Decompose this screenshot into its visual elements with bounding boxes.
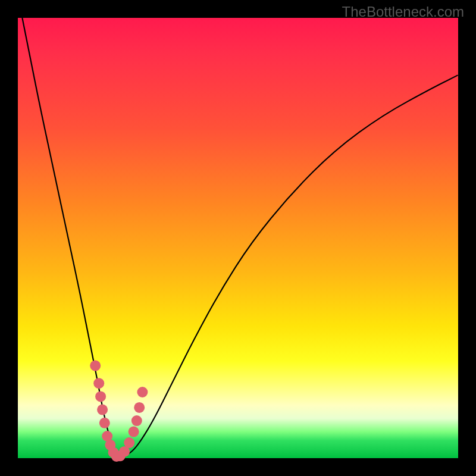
bottleneck-curve — [22, 18, 458, 456]
highlight-marker — [131, 415, 142, 426]
plot-area — [18, 18, 458, 458]
highlight-marker — [129, 427, 139, 437]
highlight-marker — [99, 418, 110, 428]
highlight-marker — [137, 387, 148, 397]
highlight-marker — [95, 391, 106, 402]
highlight-marker-group — [90, 361, 148, 462]
highlight-marker — [93, 378, 104, 389]
highlight-marker — [97, 405, 108, 415]
outer-frame: TheBottleneck.com — [0, 0, 476, 476]
highlight-marker — [90, 361, 101, 371]
chart-svg — [18, 18, 458, 458]
highlight-marker — [134, 402, 145, 413]
watermark-text: TheBottleneck.com — [342, 4, 464, 20]
highlight-marker — [124, 437, 134, 448]
